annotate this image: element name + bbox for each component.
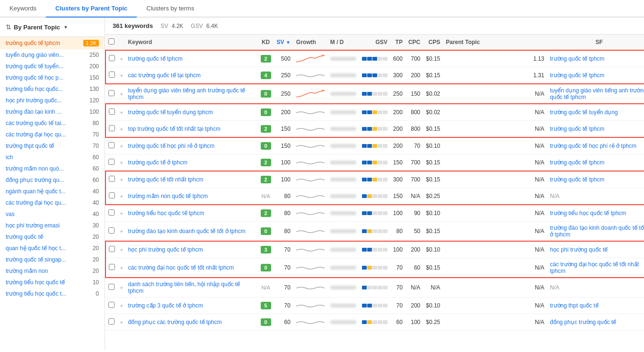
sidebar-item[interactable]: học phí trường emasi 30	[0, 220, 105, 231]
keyword-link[interactable]: trường tiểu học quốc tế tphcm	[128, 210, 204, 217]
keyword-link[interactable]: trường đào tạo kinh doanh quốc tế tốt ở …	[128, 228, 246, 235]
sidebar-item[interactable]: trường đào tạo kinh ... 100	[0, 106, 105, 117]
sidebar-item[interactable]: vas 40	[0, 208, 105, 220]
keyword-link[interactable]: trường mầm non quốc tế tphcm	[128, 193, 208, 199]
parent-topic-link[interactable]: đồng phục trường quốc tế	[550, 319, 616, 325]
expand-icon[interactable]: +	[120, 319, 124, 326]
keyword-link[interactable]: trường quốc tế tốt nhất tphcm	[128, 176, 203, 183]
row-checkbox[interactable]	[108, 284, 115, 290]
col-header-sf[interactable]: SF	[547, 35, 644, 50]
expand-icon[interactable]: +	[120, 176, 124, 183]
parent-topic-link[interactable]: các trường đại học quốc tế tốt nhất tphc…	[550, 261, 639, 274]
parent-topic-link[interactable]: học phí trường quốc tế	[550, 246, 608, 253]
row-checkbox[interactable]	[108, 142, 115, 148]
row-checkbox[interactable]	[109, 125, 115, 131]
select-all-checkbox[interactable]	[108, 38, 115, 45]
expand-icon[interactable]: +	[120, 302, 124, 309]
expand-icon[interactable]: +	[120, 109, 124, 116]
sidebar-item[interactable]: ngành quan hệ quốc t... 40	[0, 186, 105, 197]
tab-clusters-parent[interactable]: Clusters by Parent Topic	[46, 0, 137, 18]
expand-icon[interactable]: +	[120, 90, 124, 98]
sidebar-item[interactable]: trường tiểu học quốc... 130	[0, 83, 105, 95]
col-header-sv[interactable]: SV ▼	[274, 35, 293, 50]
parent-topic-link[interactable]: trường quốc tế tphcm	[550, 159, 604, 166]
parent-topic-link[interactable]: trường thpt quốc tế	[550, 302, 598, 309]
sidebar-item[interactable]: tuyển dụng giáo viên... 250	[0, 49, 105, 61]
parent-topic-link[interactable]: trường quốc tế tphcm	[550, 72, 604, 79]
col-header-growth[interactable]: Growth	[293, 35, 327, 50]
tab-keywords[interactable]: Keywords	[0, 0, 46, 18]
keyword-link[interactable]: trường cấp 3 quốc tế ở tphcm	[128, 302, 203, 309]
sidebar-item[interactable]: trường quốc tế singap... 20	[0, 254, 105, 265]
keyword-link[interactable]: danh sách trường tiên tiến, hội nhập quố…	[128, 281, 240, 294]
sidebar-item[interactable]: trường quốc tế 20	[0, 231, 105, 243]
row-checkbox[interactable]	[108, 209, 115, 216]
parent-topic-link[interactable]: trường đào tạo kinh doanh quốc tế tốt ở …	[550, 225, 644, 238]
col-header-check[interactable]	[106, 35, 118, 50]
sidebar-item[interactable]: trường tiểu học quốc t... 0	[0, 288, 105, 299]
expand-icon[interactable]: +	[120, 264, 124, 271]
parent-topic-link[interactable]: tuyển dụng giáo viên tiếng anh trường qu…	[550, 87, 644, 100]
col-header-kd[interactable]: KD	[258, 35, 274, 50]
sidebar-header[interactable]: ⇅ By Parent Topic ▼	[0, 18, 105, 37]
col-header-gsv[interactable]: GSV	[359, 35, 390, 50]
keyword-link[interactable]: đồng phục các trường quốc tế tphcm	[128, 319, 222, 325]
sidebar-item[interactable]: các trường đại học qu... 40	[0, 197, 105, 208]
parent-topic-link[interactable]: trường quốc tế tphcm	[550, 176, 604, 183]
expand-icon[interactable]: +	[120, 228, 124, 235]
keyword-link[interactable]: trường quốc tế học phí rẻ ở tphcm	[128, 143, 215, 149]
keyword-link[interactable]: trường quốc tế tuyển dụng tphcm	[128, 109, 213, 116]
keyword-link[interactable]: các trường quốc tế tại tphcm	[128, 72, 201, 79]
sidebar-item[interactable]: trường thpt quốc tế 70	[0, 140, 105, 152]
col-header-parent[interactable]: Parent Topic	[443, 35, 547, 50]
parent-topic-link[interactable]: trường quốc tế tphcm	[550, 55, 604, 62]
expand-icon[interactable]: +	[120, 193, 124, 200]
col-header-tp[interactable]: TP	[390, 35, 406, 50]
parent-topic-link[interactable]: trường quốc tế học phí rẻ ở tphcm	[550, 143, 636, 149]
expand-icon[interactable]: +	[120, 159, 124, 166]
keyword-link[interactable]: trường quốc tế ở tphcm	[128, 159, 187, 166]
expand-icon[interactable]: +	[120, 284, 124, 291]
sidebar-item[interactable]: trường mầm non quó... 60	[0, 163, 105, 174]
row-checkbox[interactable]	[109, 192, 115, 199]
row-checkbox[interactable]	[109, 176, 115, 182]
row-checkbox[interactable]	[108, 302, 115, 308]
row-checkbox[interactable]	[109, 246, 115, 252]
row-checkbox[interactable]	[109, 55, 115, 61]
col-header-cpc[interactable]: CPC	[406, 35, 423, 50]
row-checkbox[interactable]	[109, 264, 115, 270]
row-checkbox[interactable]	[108, 227, 115, 234]
sidebar-item[interactable]: ich 60	[0, 152, 105, 163]
sidebar-item[interactable]: các trường quốc tế tai... 80	[0, 117, 105, 129]
keyword-link[interactable]: các trường đại học quốc tế tốt nhất tphc…	[128, 264, 234, 271]
expand-icon[interactable]: +	[120, 210, 124, 217]
tab-clusters-terms[interactable]: Clusters by terms	[137, 0, 203, 18]
keyword-link[interactable]: tuyển dụng giáo viên tiếng anh trường qu…	[128, 87, 246, 100]
sidebar-item[interactable]: trường tiểu học quốc tế 10	[0, 277, 105, 288]
expand-icon[interactable]: +	[120, 55, 124, 63]
sidebar-item[interactable]: trường quốc tế tuyển... 200	[0, 61, 105, 72]
keyword-link[interactable]: trường quốc tế tphcm	[128, 55, 183, 62]
sidebar-item[interactable]: học phí trường quốc... 120	[0, 95, 105, 106]
row-checkbox[interactable]	[108, 90, 115, 96]
sidebar-item[interactable]: đồng phục trường qu... 60	[0, 174, 105, 186]
row-checkbox[interactable]	[109, 72, 115, 78]
parent-topic-link[interactable]: trường quốc tế tuyển dụng	[550, 109, 618, 116]
keyword-link[interactable]: top trường quốc tế tốt nhất tại tphcm	[128, 126, 221, 132]
col-header-cps[interactable]: CPS	[423, 35, 443, 50]
expand-icon[interactable]: +	[120, 143, 124, 150]
expand-icon[interactable]: +	[120, 246, 124, 253]
sidebar-item[interactable]: trường quốc tế học p... 150	[0, 72, 105, 83]
expand-icon[interactable]: +	[120, 72, 124, 79]
row-checkbox[interactable]	[108, 318, 115, 325]
sidebar-item[interactable]: trường mầm non 20	[0, 265, 105, 277]
sidebar-item[interactable]: quan hệ quốc tế học t... 20	[0, 243, 105, 254]
col-header-md[interactable]: M / D	[327, 35, 359, 50]
row-checkbox[interactable]	[109, 108, 115, 115]
sidebar-item[interactable]: các trường đại học qu... 70	[0, 129, 105, 140]
col-header-keyword[interactable]: Keyword	[125, 35, 258, 50]
keyword-link[interactable]: học phí trường quốc tế tphcm	[128, 246, 203, 253]
sidebar-item-active[interactable]: trường quốc tế tphcm 1.2K	[0, 37, 105, 49]
expand-icon[interactable]: +	[120, 126, 124, 133]
parent-topic-link[interactable]: trường tiểu học quốc tế tphcm	[550, 210, 626, 217]
